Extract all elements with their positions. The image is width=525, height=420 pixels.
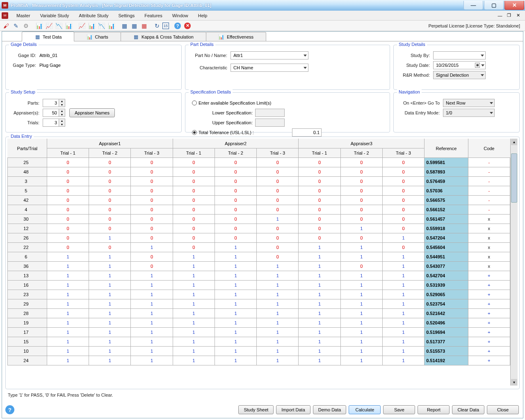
tool-brush-icon[interactable]: 🖌 <box>2 21 11 30</box>
license-label: Perpetual License [License Type: Standal… <box>428 23 523 28</box>
app-icon-small: M <box>2 12 8 19</box>
titlebar: M ProMSA - Measurement System Analysis -… <box>0 0 525 11</box>
mdi-minimize-icon[interactable]: — <box>496 13 504 18</box>
menu-window[interactable]: Window <box>167 11 193 20</box>
tool-pencil-icon[interactable]: ✎ <box>11 21 21 30</box>
tool-chart6-icon[interactable]: 📊 <box>87 21 96 30</box>
tool-chart8-icon[interactable]: 📊 <box>107 21 116 30</box>
window-title: ProMSA - Measurement System Analysis - [… <box>11 3 211 8</box>
tool-chart5-icon[interactable]: 📈 <box>77 21 86 30</box>
toolbar: 🖌 ✎ ⚙ 📊 📈 📉 📊 📈 📊 📉 📊 ▦ ▦ ▦ ↻ 15 ? ✕ Per… <box>0 21 525 31</box>
tool-calendar-icon[interactable]: 15 <box>162 23 169 29</box>
minimize-button[interactable]: — <box>463 1 483 10</box>
tool-chart3-icon[interactable]: 📉 <box>54 21 63 30</box>
tool-gear-icon[interactable]: ⚙ <box>21 21 30 30</box>
menu-features[interactable]: Features <box>139 11 167 20</box>
menu-master[interactable]: Master <box>11 11 35 20</box>
menu-settings[interactable]: Settings <box>114 11 140 20</box>
mdi-restore-icon[interactable]: ❐ <box>505 13 513 18</box>
menu-variable-study[interactable]: Variable Study <box>35 11 74 20</box>
tool-grid3-icon[interactable]: ▦ <box>139 21 148 30</box>
tool-refresh-icon[interactable]: ↻ <box>153 21 162 30</box>
tool-help-icon[interactable]: ? <box>173 21 182 30</box>
tool-grid2-icon[interactable]: ▦ <box>130 21 139 30</box>
close-button[interactable]: ✕ <box>504 1 524 10</box>
menubar: M Master Variable Study Attribute Study … <box>0 11 525 21</box>
tool-cancel-icon[interactable]: ✕ <box>183 21 192 30</box>
tool-chart1-icon[interactable]: 📊 <box>34 21 43 30</box>
tool-chart7-icon[interactable]: 📉 <box>97 21 106 30</box>
tool-grid1-icon[interactable]: ▦ <box>120 21 129 30</box>
menu-help[interactable]: Help <box>193 11 212 20</box>
tool-chart4-icon[interactable]: 📊 <box>64 21 73 30</box>
app-icon: M <box>2 2 8 9</box>
menu-attribute-study[interactable]: Attribute Study <box>74 11 113 20</box>
maximize-button[interactable]: ▢ <box>484 1 504 10</box>
mdi-close-icon[interactable]: ✕ <box>514 13 522 18</box>
tool-chart2-icon[interactable]: 📈 <box>44 21 53 30</box>
